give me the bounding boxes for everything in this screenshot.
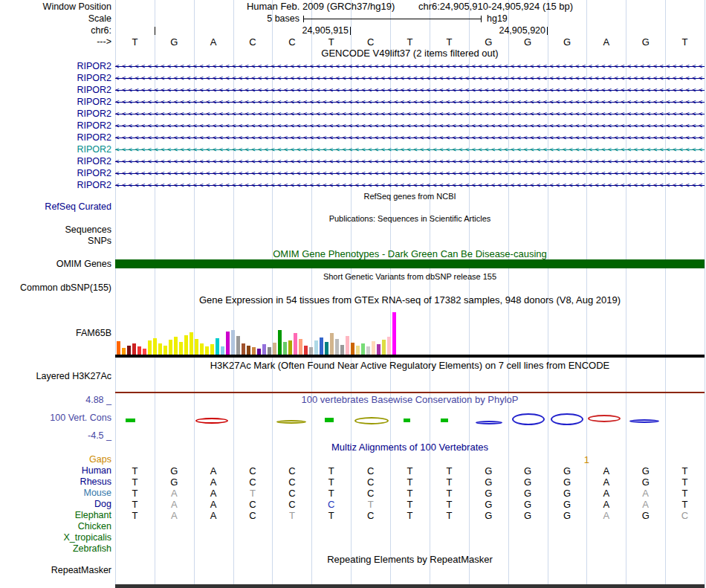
species-label-dog[interactable]: Dog: [0, 499, 111, 510]
aligned-base: T: [430, 476, 469, 488]
gencode-transcript-label[interactable]: RIPOR2: [0, 60, 111, 72]
gtex-tissue-bar: [153, 338, 157, 355]
species-label-chicken[interactable]: Chicken: [0, 521, 111, 532]
base-letter: G: [155, 36, 194, 48]
gtex-tissue-bar: [163, 346, 167, 355]
gencode-transcript-label[interactable]: RIPOR2: [0, 84, 111, 96]
gtex-tissue-bar: [268, 347, 271, 355]
genome-browser: Window Position Human Feb. 2009 (GRCh37/…: [0, 0, 706, 588]
scale-bar: [303, 19, 482, 19]
scale-tick-left: [303, 16, 304, 22]
sequences-track-label[interactable]: Sequences: [0, 224, 111, 236]
aligned-base: T: [390, 476, 430, 488]
ruler-tick: [350, 27, 351, 35]
scale-label: Scale: [0, 13, 111, 25]
gtex-tissue-bar: [137, 346, 141, 355]
gtex-expression-barchart[interactable]: [117, 308, 401, 355]
gencode-transcript-line[interactable]: <<<<<<<<<<<<<<<<<<<<<<<<<<<<<<<<<<<<<<<<…: [115, 120, 705, 132]
phylop-wiggle: [115, 407, 705, 437]
gencode-transcript-label[interactable]: RIPOR2: [0, 132, 111, 143]
aligned-base: T: [311, 476, 351, 488]
base-letter: T: [115, 36, 155, 48]
species-label-elephant[interactable]: Elephant: [0, 510, 111, 521]
gtex-tissue-bar: [361, 343, 365, 355]
gencode-transcript-label[interactable]: RIPOR2: [0, 155, 111, 167]
gtex-gene-model[interactable]: [115, 355, 705, 358]
aligned-base: A: [586, 488, 626, 499]
species-label-rhesus[interactable]: Rhesus: [0, 476, 111, 488]
gtex-tissue-bar: [372, 341, 375, 355]
species-label-human[interactable]: Human: [0, 465, 111, 476]
gtex-tissue-bar: [273, 343, 276, 355]
aligned-base: C: [351, 510, 390, 521]
snps-track-label[interactable]: SNPs: [0, 236, 111, 247]
aligned-base: T: [115, 510, 155, 521]
gencode-transcript-label[interactable]: RIPOR2: [0, 143, 111, 155]
gencode-transcript-line[interactable]: <<<<<<<<<<<<<<<<<<<<<<<<<<<<<<<<<<<<<<<<…: [115, 167, 705, 179]
gencode-transcript-line[interactable]: <<<<<<<<<<<<<<<<<<<<<<<<<<<<<<<<<<<<<<<<…: [115, 143, 705, 155]
aligned-base: T: [430, 488, 469, 499]
gencode-transcript-line[interactable]: <<<<<<<<<<<<<<<<<<<<<<<<<<<<<<<<<<<<<<<<…: [115, 179, 705, 191]
gencode-transcript-line[interactable]: <<<<<<<<<<<<<<<<<<<<<<<<<<<<<<<<<<<<<<<<…: [115, 84, 705, 96]
species-label-gaps[interactable]: Gaps: [0, 454, 111, 465]
omim-gene-bar[interactable]: [115, 259, 705, 268]
gtex-tissue-bar: [288, 340, 292, 355]
base-letter: A: [194, 36, 233, 48]
refseq-curated-label[interactable]: RefSeq Curated: [0, 201, 111, 213]
gencode-transcript-label[interactable]: RIPOR2: [0, 120, 111, 132]
strand-arrows-left: <<<<<<<<<<<<<<<<<<<<<<<<<<<<<<<<<<<<<<<<…: [115, 62, 705, 70]
aligned-base: C: [351, 476, 390, 488]
gtex-tissue-bar: [351, 343, 354, 355]
strand-arrows-left: <<<<<<<<<<<<<<<<<<<<<<<<<<<<<<<<<<<<<<<<…: [115, 134, 705, 141]
aligned-base: T: [233, 488, 273, 499]
gencode-transcript-label[interactable]: RIPOR2: [0, 179, 111, 191]
phylop-mark: [441, 419, 448, 422]
aligned-base: T: [390, 488, 430, 499]
gtex-gene-label[interactable]: FAM65B: [0, 328, 111, 339]
gencode-transcript-label[interactable]: RIPOR2: [0, 167, 111, 179]
gtex-tissue-bar: [236, 336, 240, 355]
multiz-track-title: Multiz Alignments of 100 Vertebrates: [115, 442, 705, 453]
species-label-zebrafish[interactable]: Zebrafish: [0, 543, 111, 555]
phylop-mark: [629, 419, 659, 423]
gencode-transcript-line[interactable]: <<<<<<<<<<<<<<<<<<<<<<<<<<<<<<<<<<<<<<<<…: [115, 108, 705, 120]
base-letter: G: [508, 36, 548, 48]
gencode-transcript-line[interactable]: <<<<<<<<<<<<<<<<<<<<<<<<<<<<<<<<<<<<<<<<…: [115, 72, 705, 84]
gtex-tissue-bar: [382, 340, 386, 355]
omim-genes-label[interactable]: OMIM Genes: [0, 259, 111, 269]
gencode-transcript-label[interactable]: RIPOR2: [0, 72, 111, 84]
species-label-mouse[interactable]: Mouse: [0, 488, 111, 499]
strand-arrows-left: <<<<<<<<<<<<<<<<<<<<<<<<<<<<<<<<<<<<<<<<…: [115, 110, 705, 117]
gencode-transcript-line[interactable]: <<<<<<<<<<<<<<<<<<<<<<<<<<<<<<<<<<<<<<<<…: [115, 132, 705, 143]
aligned-base: C: [351, 465, 390, 476]
aligned-base: C: [351, 488, 390, 499]
gtex-tissue-bar: [377, 344, 380, 355]
repeatmasker-label[interactable]: RepeatMasker: [0, 565, 111, 576]
gtex-tissue-bar: [174, 337, 178, 355]
gencode-transcript-line[interactable]: <<<<<<<<<<<<<<<<<<<<<<<<<<<<<<<<<<<<<<<<…: [115, 96, 705, 108]
gencode-transcript-line[interactable]: <<<<<<<<<<<<<<<<<<<<<<<<<<<<<<<<<<<<<<<<…: [115, 60, 705, 72]
species-label-x_tropicalis[interactable]: X_tropicalis: [0, 532, 111, 543]
aligned-base: C: [272, 465, 311, 476]
aligned-base: G: [626, 476, 665, 488]
strand-arrows-left: <<<<<<<<<<<<<<<<<<<<<<<<<<<<<<<<<<<<<<<<…: [115, 86, 705, 94]
aligned-base: G: [548, 510, 587, 521]
common-dbsnp-label[interactable]: Common dbSNP(155): [0, 282, 111, 294]
layered-h3k27ac-label[interactable]: Layered H3K27Ac: [0, 371, 111, 382]
gencode-transcript-line[interactable]: <<<<<<<<<<<<<<<<<<<<<<<<<<<<<<<<<<<<<<<<…: [115, 155, 705, 167]
gencode-track-title: GENCODE V49lift37 (2 items filtered out): [115, 48, 705, 59]
phylop-mark: [476, 421, 502, 424]
refseq-track-title: RefSeq genes from NCBI: [115, 192, 705, 201]
gtex-track-title: Gene Expression in 54 tissues from GTEx …: [115, 295, 705, 306]
gtex-tissue-bar: [387, 337, 391, 355]
phylop-mark: [588, 415, 621, 422]
aligned-base: A: [626, 499, 665, 510]
strand-direction-label: --->: [0, 36, 111, 48]
gencode-transcript-label[interactable]: RIPOR2: [0, 96, 111, 108]
phylop-track-label[interactable]: 100 Vert. Cons: [0, 413, 111, 424]
aligned-base: T: [665, 499, 705, 510]
aligned-base: T: [115, 499, 155, 510]
aligned-base: G: [469, 488, 508, 499]
gencode-transcript-label[interactable]: RIPOR2: [0, 108, 111, 120]
aligned-base: A: [194, 476, 233, 488]
